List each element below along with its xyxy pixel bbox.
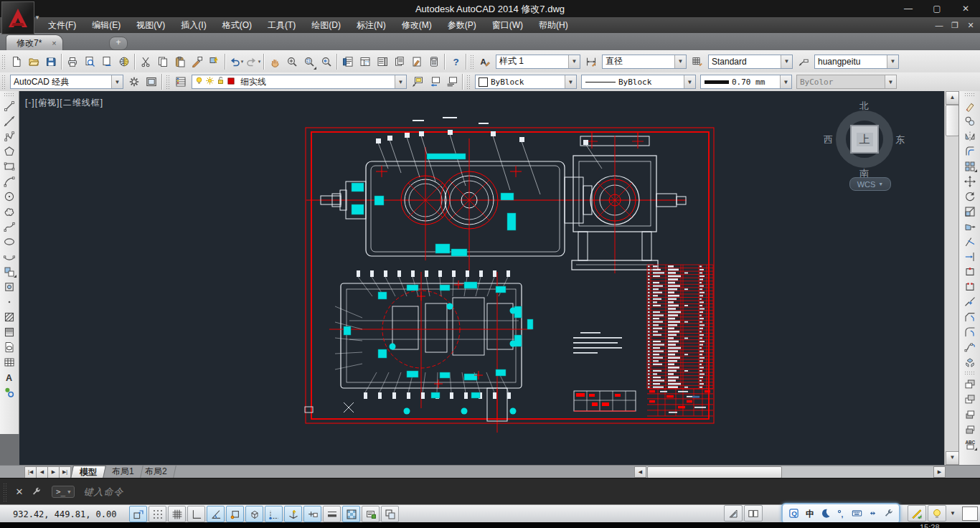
arc-button[interactable] <box>1 174 18 189</box>
pan-button[interactable] <box>266 52 283 71</box>
ime-moon-icon[interactable] <box>819 507 831 520</box>
hatch-button[interactable] <box>1 309 18 324</box>
make-object-layer-current-button[interactable] <box>409 72 426 91</box>
zoomrt-button[interactable] <box>283 52 301 71</box>
scroll-up-button[interactable]: ▲ <box>946 91 959 105</box>
layer-freeze-icon[interactable] <box>205 76 215 88</box>
menu-视图V[interactable]: 视图(V) <box>128 17 173 33</box>
explode-button[interactable] <box>961 354 979 369</box>
object-snap-tracking-toggle[interactable] <box>265 506 283 522</box>
rotate-button[interactable] <box>961 189 979 204</box>
app-menu-button[interactable] <box>1 1 34 34</box>
workspace-save-button[interactable] <box>143 72 160 91</box>
quick-properties-toggle[interactable] <box>362 506 380 522</box>
blend-button[interactable] <box>961 339 979 354</box>
tab-nav-prev-button[interactable]: ◀ <box>36 466 48 478</box>
toolbar-grip[interactable] <box>466 75 471 89</box>
doback-button[interactable] <box>961 392 979 407</box>
save-button[interactable] <box>42 52 60 71</box>
xline-button[interactable] <box>1 113 18 128</box>
combo-arrow-icon[interactable]: ▼ <box>887 55 898 68</box>
combo-arrow-icon[interactable]: ▼ <box>111 75 123 88</box>
layout-tab-布局2[interactable]: 布局2 <box>136 466 176 478</box>
ellipse-button[interactable] <box>1 234 18 249</box>
combo-arrow-icon[interactable]: ▼ <box>395 75 406 88</box>
viewport-controls[interactable]: [-][俯视][二维线框] <box>25 97 103 109</box>
doc-restore-button[interactable]: ❐ <box>947 21 963 30</box>
color-combo[interactable]: ByBlock▼ <box>475 75 577 89</box>
help-button[interactable]: ? <box>447 52 464 71</box>
earc-button[interactable] <box>1 249 18 264</box>
blockedit-button[interactable] <box>206 52 223 71</box>
window-minimize-button[interactable]: — <box>894 0 923 17</box>
mkblock-button[interactable] <box>1 279 18 294</box>
object-snap-toggle[interactable] <box>226 506 244 522</box>
mtext-button[interactable]: A <box>1 369 18 385</box>
sheetset-button[interactable] <box>391 52 408 71</box>
ime-kbd-icon[interactable] <box>850 507 863 520</box>
annotation-scale-button[interactable] <box>908 505 926 522</box>
menu-格式O[interactable]: 格式(O) <box>215 17 260 33</box>
layer-color-swatch[interactable] <box>227 77 235 88</box>
view-cube[interactable]: 北 南 西 东 上 <box>826 101 903 177</box>
wcs-menu-button[interactable]: WCS▼ <box>849 177 891 191</box>
ime-arrows-icon[interactable] <box>866 507 879 520</box>
horizontal-scrollbar[interactable]: ◀ ▶ <box>634 466 946 478</box>
mleader-style-combo[interactable]: huangpeitu▼ <box>814 55 899 69</box>
lineweight-combo[interactable]: 0.70 mm▼ <box>700 75 792 89</box>
menu-绘图D[interactable]: 绘图(D) <box>303 17 349 33</box>
layout-tab-模型[interactable]: 模型 <box>70 466 106 478</box>
layer-on-icon[interactable] <box>194 76 204 88</box>
window-maximize-button[interactable]: ▢ <box>923 0 951 17</box>
toolbar-grip[interactable] <box>166 75 170 89</box>
dynamic-ucs-toggle[interactable] <box>284 506 302 522</box>
polar-tracking-toggle[interactable] <box>207 506 225 522</box>
move-button[interactable] <box>961 174 979 189</box>
textfront-button[interactable]: ABC <box>961 437 979 452</box>
paste-button[interactable] <box>171 52 189 71</box>
combo-arrow-icon[interactable]: ▼ <box>684 75 695 88</box>
menu-编辑E[interactable]: 编辑(E) <box>84 17 128 33</box>
selection-cycling-toggle[interactable] <box>381 506 399 522</box>
combo-arrow-icon[interactable]: ▼ <box>674 55 686 68</box>
zoomprev-button[interactable] <box>318 52 335 71</box>
doc-close-button[interactable]: ✕ <box>963 21 979 30</box>
command-close-button[interactable]: ✕ <box>11 486 27 497</box>
extend-button[interactable] <box>961 249 979 264</box>
ime-q-icon[interactable]: Q <box>787 507 800 520</box>
erase-button[interactable] <box>961 98 979 113</box>
redo-button[interactable] <box>245 52 262 71</box>
toolbar-grip[interactable] <box>1 55 6 69</box>
dofront-button[interactable] <box>961 377 979 392</box>
stretch-button[interactable] <box>961 219 979 234</box>
menu-工具T[interactable]: 工具(T) <box>260 17 303 33</box>
table-button[interactable] <box>1 354 18 369</box>
clean-screen-button[interactable] <box>962 506 978 521</box>
pline-button[interactable] <box>1 128 18 143</box>
command-grip[interactable] <box>3 483 7 501</box>
workspace-combo[interactable]: AutoCAD 经典▼ <box>10 75 123 89</box>
new-tab-button[interactable]: + <box>109 37 128 50</box>
annotation-visibility-button[interactable] <box>928 505 946 522</box>
file-tab-active[interactable]: 修改7* × <box>6 34 63 51</box>
plot-button[interactable] <box>64 52 81 71</box>
toolbar-grip[interactable] <box>470 55 474 69</box>
combo-arrow-icon[interactable]: ▼ <box>568 55 580 68</box>
dynamic-input-toggle[interactable] <box>303 506 321 522</box>
window-close-button[interactable]: ✕ <box>951 0 980 17</box>
dounder-button[interactable] <box>961 422 979 437</box>
object-snap-3d-toggle[interactable] <box>245 506 263 522</box>
toolbar-grip[interactable] <box>964 371 976 375</box>
spline-button[interactable] <box>1 219 18 234</box>
workspace-settings-button[interactable] <box>126 72 143 91</box>
palettes-button[interactable] <box>374 52 391 71</box>
menu-标注N[interactable]: 标注(N) <box>349 17 394 33</box>
annotation-caret-icon[interactable]: ▼ <box>948 510 958 517</box>
array-button[interactable] <box>961 159 979 174</box>
dwf-button[interactable] <box>116 52 133 71</box>
preview-button[interactable] <box>81 52 98 71</box>
menu-帮助H[interactable]: 帮助(H) <box>531 17 576 33</box>
horizontal-scroll-thumb[interactable] <box>647 466 782 478</box>
insblock-button[interactable] <box>1 264 18 279</box>
breakpt-button[interactable] <box>961 264 979 279</box>
